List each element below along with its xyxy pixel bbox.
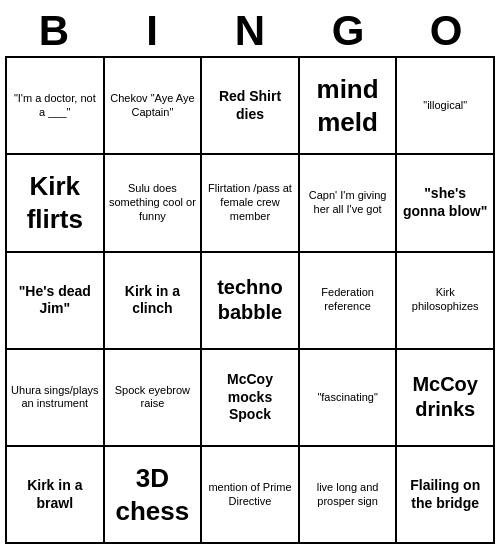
bingo-cell-14[interactable]: Kirk philosophizes bbox=[397, 253, 495, 350]
bingo-cell-15[interactable]: Uhura sings/plays an instrument bbox=[7, 350, 105, 447]
bingo-cell-2[interactable]: Red Shirt dies bbox=[202, 58, 300, 155]
header-letter-n: N bbox=[206, 8, 294, 54]
bingo-cell-16[interactable]: Spock eyebrow raise bbox=[105, 350, 203, 447]
header-letter-i: I bbox=[108, 8, 196, 54]
bingo-cell-20[interactable]: Kirk in a brawl bbox=[7, 447, 105, 544]
bingo-cell-1[interactable]: Chekov "Aye Aye Captain" bbox=[105, 58, 203, 155]
bingo-grid: "I'm a doctor, not a ___"Chekov "Aye Aye… bbox=[5, 56, 495, 544]
bingo-cell-12[interactable]: techno babble bbox=[202, 253, 300, 350]
bingo-cell-4[interactable]: "illogical" bbox=[397, 58, 495, 155]
bingo-cell-13[interactable]: Federation reference bbox=[300, 253, 398, 350]
header-letter-b: B bbox=[10, 8, 98, 54]
bingo-cell-21[interactable]: 3D chess bbox=[105, 447, 203, 544]
bingo-cell-23[interactable]: live long and prosper sign bbox=[300, 447, 398, 544]
header-letter-g: G bbox=[304, 8, 392, 54]
bingo-cell-17[interactable]: McCoy mocks Spock bbox=[202, 350, 300, 447]
header-letter-o: O bbox=[402, 8, 490, 54]
bingo-cell-9[interactable]: "she's gonna blow" bbox=[397, 155, 495, 252]
bingo-header: BINGO bbox=[5, 8, 495, 54]
bingo-cell-22[interactable]: mention of Prime Directive bbox=[202, 447, 300, 544]
bingo-cell-8[interactable]: Capn' I'm giving her all I've got bbox=[300, 155, 398, 252]
bingo-cell-11[interactable]: Kirk in a clinch bbox=[105, 253, 203, 350]
bingo-cell-3[interactable]: mind meld bbox=[300, 58, 398, 155]
bingo-cell-19[interactable]: McCoy drinks bbox=[397, 350, 495, 447]
bingo-cell-7[interactable]: Flirtation /pass at female crew member bbox=[202, 155, 300, 252]
bingo-cell-6[interactable]: Sulu does something cool or funny bbox=[105, 155, 203, 252]
bingo-cell-24[interactable]: Flailing on the bridge bbox=[397, 447, 495, 544]
bingo-card: BINGO "I'm a doctor, not a ___"Chekov "A… bbox=[5, 8, 495, 544]
bingo-cell-5[interactable]: Kirk flirts bbox=[7, 155, 105, 252]
bingo-cell-18[interactable]: "fascinating" bbox=[300, 350, 398, 447]
bingo-cell-0[interactable]: "I'm a doctor, not a ___" bbox=[7, 58, 105, 155]
bingo-cell-10[interactable]: "He's dead Jim" bbox=[7, 253, 105, 350]
